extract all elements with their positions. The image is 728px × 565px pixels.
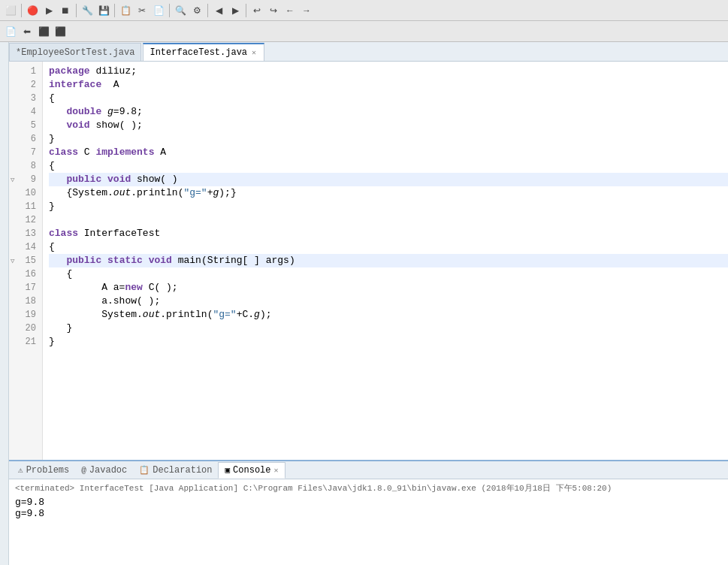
- toolbar-btn-right[interactable]: →: [299, 3, 314, 18]
- tab-console-label: Console: [233, 465, 270, 476]
- kw-void-2: void: [107, 173, 131, 186]
- toolbar2-btn-4[interactable]: ⬛: [53, 24, 68, 39]
- toolbar-btn-5[interactable]: 💾: [96, 3, 111, 18]
- tab-problems-label: Problems: [26, 465, 70, 476]
- line-num-20: 20: [9, 322, 42, 335]
- problems-icon: ⚠: [18, 465, 23, 475]
- toolbar2-btn-1[interactable]: 📄: [3, 24, 18, 39]
- separator-3: [114, 4, 115, 17]
- separator-4: [169, 4, 170, 17]
- toolbar-btn-prev[interactable]: ◀: [211, 3, 226, 18]
- toolbar-btn-left[interactable]: ←: [282, 3, 298, 18]
- line-num-6: 6: [9, 132, 42, 146]
- line-num-17: 17: [9, 281, 42, 295]
- toolbar-btn-next[interactable]: ▶: [228, 3, 243, 18]
- code-line-12: [49, 213, 728, 227]
- code-area[interactable]: 1 2 3 4 5 6 7 8 9 ▽ 10 11: [9, 62, 728, 460]
- line-num-10: 10: [9, 186, 42, 200]
- line-num-18: 18: [9, 295, 42, 308]
- tab-problems[interactable]: ⚠ Problems: [12, 462, 75, 479]
- kw-static: static: [107, 254, 143, 267]
- tab-employeesorttest[interactable]: *EmployeeSortTest.java: [9, 43, 141, 61]
- separator-2: [76, 4, 77, 17]
- tab-javadoc-label: Javadoc: [89, 465, 127, 476]
- code-line-1: package diliuz;: [49, 65, 728, 78]
- code-line-21: }: [49, 335, 728, 349]
- toolbar-2: 📄 ⬅ ⬛ ⬛: [0, 21, 728, 42]
- tab-close-icon[interactable]: ✕: [250, 47, 258, 58]
- toolbar-btn-2[interactable]: ▶: [41, 3, 56, 18]
- tab-javadoc[interactable]: @ Javadoc: [75, 462, 133, 479]
- console-output-line-1: g=9.8: [15, 497, 722, 508]
- toolbar-btn-fwd[interactable]: ↪: [266, 3, 281, 18]
- kw-void-3: void: [149, 254, 172, 267]
- kw-void-1: void: [66, 119, 89, 132]
- left-sidebar: [0, 42, 9, 565]
- console-icon: ▣: [225, 465, 230, 475]
- toolbar-btn-8[interactable]: 📄: [151, 3, 166, 18]
- code-line-6: }: [49, 132, 728, 146]
- line-num-8: 8: [9, 159, 42, 173]
- toolbar-btn-1[interactable]: ⬜: [3, 3, 18, 18]
- separator-6: [246, 4, 246, 17]
- tab-console[interactable]: ▣ Console ✕: [218, 462, 285, 479]
- toolbar-btn-7[interactable]: ✂: [134, 3, 150, 18]
- tab-label-1: *EmployeeSortTest.java: [16, 47, 134, 58]
- code-line-9: public void show( ): [49, 173, 728, 186]
- code-line-3: {: [49, 92, 728, 105]
- javadoc-icon: @: [81, 466, 86, 475]
- toolbar-btn-6[interactable]: 📋: [118, 3, 133, 18]
- kw-interface: interface: [49, 78, 101, 92]
- code-line-10: {System.out.println("g="+g);}: [49, 186, 728, 200]
- kw-class-2: class: [49, 227, 78, 240]
- console-content: <terminated> InterfaceTest [Java Applica…: [9, 479, 728, 565]
- code-line-11: }: [49, 200, 728, 213]
- kw-double: double: [66, 105, 101, 119]
- code-line-2: interface A: [49, 78, 728, 92]
- editor-container: *EmployeeSortTest.java InterfaceTest.jav…: [9, 42, 728, 460]
- code-line-14: {: [49, 240, 728, 254]
- toolbar2-btn-2[interactable]: ⬅: [20, 24, 35, 39]
- code-line-7: class C implements A: [49, 146, 728, 159]
- separator-1: [21, 4, 22, 17]
- toolbar-btn-3[interactable]: ⏹: [58, 3, 73, 18]
- toolbar-btn-back[interactable]: ↩: [249, 3, 264, 18]
- toolbar-btn-4[interactable]: 🔧: [80, 3, 95, 18]
- declaration-icon: 📋: [139, 465, 150, 475]
- console-close-icon[interactable]: ✕: [274, 466, 279, 475]
- kw-public-1: public: [66, 173, 101, 186]
- toolbar-1: ⬜ 🔴 ▶ ⏹ 🔧 💾 📋 ✂ 📄 🔍 ⚙ ◀ ▶ ↩ ↪ ← →: [0, 0, 728, 21]
- tab-declaration[interactable]: 📋 Declaration: [133, 462, 218, 479]
- line-num-19: 19: [9, 308, 42, 322]
- console-terminated-line: <terminated> InterfaceTest [Java Applica…: [15, 482, 722, 494]
- line-num-7: 7: [9, 146, 42, 159]
- toolbar2-btn-3[interactable]: ⬛: [36, 24, 51, 39]
- line-num-13: 13: [9, 227, 42, 240]
- console-output-line-2: g=9.8: [15, 508, 722, 519]
- toolbar-btn-10[interactable]: ⚙: [189, 3, 204, 18]
- tab-bar: *EmployeeSortTest.java InterfaceTest.jav…: [9, 42, 728, 62]
- line-num-12: 12: [9, 213, 42, 227]
- tab-interfacetest[interactable]: InterfaceTest.java ✕: [143, 43, 264, 61]
- line-numbers: 1 2 3 4 5 6 7 8 9 ▽ 10 11: [9, 62, 43, 460]
- line-num-16: 16: [9, 267, 42, 281]
- main-area: *EmployeeSortTest.java InterfaceTest.jav…: [0, 42, 728, 565]
- code-line-4: double g=9.8;: [49, 105, 728, 119]
- code-line-19: System.out.println("g="+C.g);: [49, 308, 728, 322]
- line-num-15: 15 ▽: [9, 254, 42, 267]
- line-num-4: 4: [9, 105, 42, 119]
- line-num-11: 11: [9, 200, 42, 213]
- tab-label-2: InterfaceTest.java: [150, 47, 247, 58]
- line-num-1: 1: [9, 65, 42, 78]
- code-lines[interactable]: package diliuz; interface A { double: [43, 62, 728, 460]
- kw-package: package: [49, 65, 90, 78]
- toolbar-btn-run[interactable]: 🔴: [25, 3, 40, 18]
- line-num-9: 9 ▽: [9, 173, 42, 186]
- line-num-3: 3: [9, 92, 42, 105]
- bottom-panel: ⚠ Problems @ Javadoc 📋 Declaration ▣ Con…: [9, 460, 728, 565]
- kw-implements: implements: [95, 146, 154, 159]
- separator-5: [207, 4, 208, 17]
- kw-new: new: [125, 281, 142, 295]
- tab-declaration-label: Declaration: [153, 465, 212, 476]
- toolbar-btn-9[interactable]: 🔍: [173, 3, 188, 18]
